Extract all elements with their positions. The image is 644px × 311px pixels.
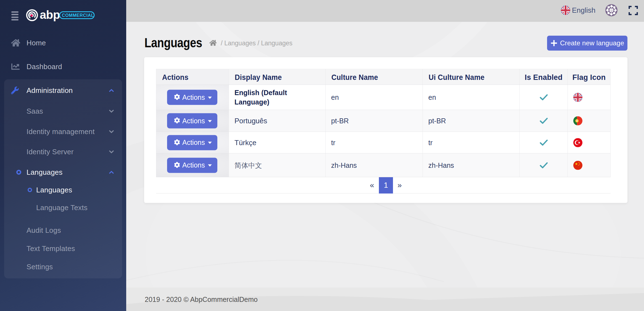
svg-text:COMMERCIAL: COMMERCIAL <box>62 13 94 18</box>
svg-text:abp: abp <box>40 9 60 21</box>
